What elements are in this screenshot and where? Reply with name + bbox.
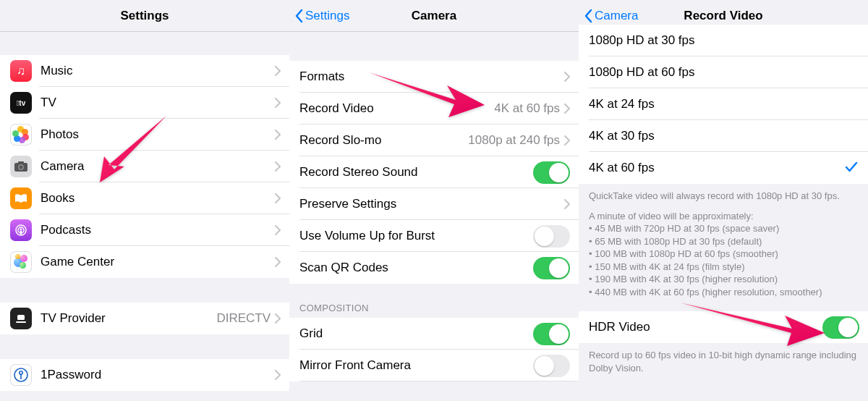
row-label: TV bbox=[41, 96, 275, 110]
row-scan-qr[interactable]: Scan QR Codes bbox=[289, 252, 579, 284]
row-1password[interactable]: 1Password bbox=[0, 359, 289, 391]
game-center-icon bbox=[10, 251, 32, 273]
approx-header: A minute of video will be approximately: bbox=[579, 208, 868, 223]
page-title: Camera bbox=[412, 9, 456, 23]
option-label: 4K at 24 fps bbox=[589, 97, 858, 111]
row-formats[interactable]: Formats bbox=[289, 61, 579, 93]
row-record-slomo[interactable]: Record Slo-mo 1080p at 240 fps bbox=[289, 124, 579, 156]
svg-rect-7 bbox=[17, 315, 25, 320]
row-music[interactable]: ♫ Music bbox=[0, 55, 289, 87]
1password-icon bbox=[10, 364, 32, 386]
back-button[interactable]: Settings bbox=[294, 0, 349, 32]
svg-rect-11 bbox=[20, 374, 22, 379]
row-label: Use Volume Up for Burst bbox=[299, 229, 533, 243]
music-icon: ♫ bbox=[10, 60, 32, 82]
chevron-right-icon bbox=[275, 161, 281, 172]
row-label: HDR Video bbox=[589, 320, 822, 334]
option-4k-60[interactable]: 4K at 60 fps bbox=[579, 152, 868, 184]
chevron-right-icon bbox=[275, 225, 281, 235]
row-label: Books bbox=[41, 191, 275, 206]
row-preserve-settings[interactable]: Preserve Settings bbox=[289, 188, 579, 220]
camera-settings-pane: Settings Camera Formats Record Video 4K … bbox=[289, 0, 579, 401]
back-label: Camera bbox=[595, 9, 638, 23]
row-value: 1080p at 240 fps bbox=[468, 133, 560, 148]
svg-rect-8 bbox=[16, 321, 26, 323]
option-label: 4K at 60 fps bbox=[589, 161, 845, 175]
svg-rect-1 bbox=[18, 161, 24, 164]
photos-icon bbox=[10, 124, 32, 145]
row-label: Photos bbox=[41, 127, 275, 142]
row-books[interactable]: Books bbox=[0, 182, 289, 214]
chevron-right-icon bbox=[275, 66, 281, 76]
row-label: Record Video bbox=[299, 101, 494, 116]
svg-point-10 bbox=[20, 371, 22, 374]
record-video-pane: Camera Record Video 1080p HD at 30 fps 1… bbox=[579, 0, 868, 401]
row-value: DIRECTV bbox=[216, 311, 271, 326]
chevron-right-icon bbox=[275, 130, 281, 140]
chevron-right-icon bbox=[564, 135, 570, 145]
camera-icon bbox=[10, 156, 32, 177]
row-label: TV Provider bbox=[41, 311, 216, 326]
option-1080p-60[interactable]: 1080p HD at 60 fps bbox=[579, 56, 868, 88]
chevron-right-icon bbox=[275, 370, 281, 380]
toggle-volume-burst[interactable] bbox=[533, 225, 570, 248]
row-label: Scan QR Codes bbox=[299, 261, 533, 275]
row-record-video[interactable]: Record Video 4K at 60 fps bbox=[289, 93, 579, 124]
page-title: Settings bbox=[120, 9, 169, 23]
svg-point-6 bbox=[20, 228, 22, 230]
row-label: Game Center bbox=[41, 255, 275, 269]
row-label: Formats bbox=[299, 69, 564, 84]
row-label: Preserve Settings bbox=[299, 197, 564, 211]
option-4k-24[interactable]: 4K at 24 fps bbox=[579, 88, 868, 120]
option-1080p-30[interactable]: 1080p HD at 30 fps bbox=[579, 25, 868, 56]
row-camera[interactable]: Camera bbox=[0, 151, 289, 182]
row-tv-provider[interactable]: TV Provider DIRECTV bbox=[0, 303, 289, 334]
chevron-right-icon bbox=[564, 199, 570, 209]
row-label: Camera bbox=[41, 159, 275, 174]
quicktake-note: QuickTake video will always record with … bbox=[579, 184, 868, 208]
row-tv[interactable]: tv TV bbox=[0, 87, 289, 119]
chevron-right-icon bbox=[275, 257, 281, 267]
row-label: Mirror Front Camera bbox=[299, 358, 533, 373]
row-grid[interactable]: Grid bbox=[289, 318, 579, 350]
row-stereo-sound[interactable]: Record Stereo Sound bbox=[289, 156, 579, 188]
row-label: 1Password bbox=[41, 368, 275, 382]
navbar: Settings bbox=[0, 0, 289, 32]
row-hdr-video[interactable]: HDR Video bbox=[579, 311, 868, 343]
settings-list: ♫ Music tv TV Photos bbox=[0, 55, 289, 278]
podcasts-icon bbox=[10, 219, 32, 241]
page-title: Record Video bbox=[684, 9, 762, 23]
row-label: Record Slo-mo bbox=[299, 133, 468, 148]
toggle-scan-qr[interactable] bbox=[533, 257, 570, 279]
tv-provider-icon bbox=[10, 308, 32, 329]
navbar: Settings Camera bbox=[289, 0, 579, 32]
chevron-right-icon bbox=[275, 313, 281, 324]
back-label: Settings bbox=[305, 9, 349, 23]
row-mirror-front[interactable]: Mirror Front Camera bbox=[289, 350, 579, 381]
row-photos[interactable]: Photos bbox=[0, 119, 289, 151]
row-label: Record Stereo Sound bbox=[299, 165, 533, 180]
option-label: 1080p HD at 30 fps bbox=[589, 33, 858, 48]
option-4k-30[interactable]: 4K at 30 fps bbox=[579, 120, 868, 152]
row-value: 4K at 60 fps bbox=[494, 101, 560, 116]
hdr-footer: Record up to 60 fps video in 10-bit high… bbox=[579, 343, 868, 380]
option-label: 1080p HD at 60 fps bbox=[589, 65, 858, 80]
row-volume-burst[interactable]: Use Volume Up for Burst bbox=[289, 220, 579, 252]
row-label: Grid bbox=[299, 326, 533, 341]
toggle-stereo[interactable] bbox=[533, 161, 570, 184]
toggle-hdr-video[interactable] bbox=[822, 316, 859, 339]
checkmark-icon bbox=[845, 160, 858, 177]
chevron-right-icon bbox=[275, 98, 281, 108]
approx-list: • 45 MB with 720p HD at 30 fps (space sa… bbox=[579, 222, 868, 304]
tv-icon: tv bbox=[10, 92, 32, 114]
section-header-composition: COMPOSITION bbox=[289, 284, 579, 318]
row-podcasts[interactable]: Podcasts bbox=[0, 214, 289, 246]
svg-point-3 bbox=[20, 166, 23, 169]
chevron-right-icon bbox=[564, 104, 570, 114]
row-game-center[interactable]: Game Center bbox=[0, 246, 289, 278]
row-label: Music bbox=[41, 64, 275, 78]
toggle-mirror-front[interactable] bbox=[533, 355, 570, 377]
books-icon bbox=[10, 187, 32, 209]
chevron-right-icon bbox=[564, 72, 570, 82]
toggle-grid[interactable] bbox=[533, 323, 570, 345]
